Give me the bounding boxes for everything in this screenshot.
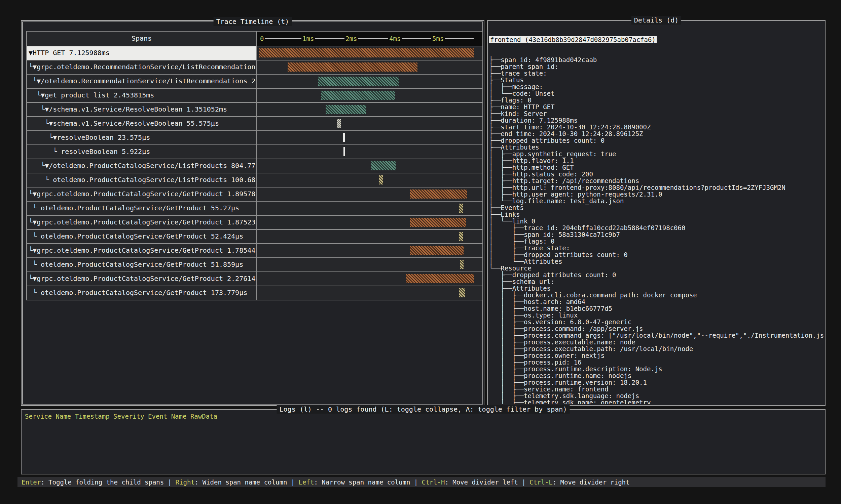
span-row[interactable]: └▼schema.v1.Service/ResolveBoolean 55.57…	[27, 117, 482, 131]
details-line[interactable]: ├──span id: 4f9891bad042caab	[489, 56, 824, 63]
span-row[interactable]: └ oteldemo.ProductCatalogService/GetProd…	[27, 286, 482, 300]
details-line[interactable]: │ ├──host.name: b1ebc66777d5	[489, 305, 824, 312]
span-name[interactable]: └▼/oteldemo.RecommendationService/ListRe…	[27, 75, 257, 88]
span-name[interactable]: └ resolveBoolean 5.922μs	[27, 145, 257, 159]
span-name[interactable]: └ oteldemo.ProductCatalogService/GetProd…	[27, 286, 257, 300]
span-row[interactable]: └▼grpc.oteldemo.ProductCatalogService/Ge…	[27, 272, 482, 286]
details-line[interactable]: │ ├──docker.cli.cobra.command_path: dock…	[489, 292, 824, 299]
span-name[interactable]: └▼get_product_list 2.453815ms	[27, 89, 257, 102]
details-panel: Details (d) frontend (43e16db8b39d2847d0…	[487, 20, 825, 406]
details-line[interactable]: │ ├──trace state:	[489, 245, 824, 251]
details-line[interactable]: ├──dropped attributes count: 0	[489, 271, 824, 278]
help-key: Ctrl-H	[422, 479, 445, 486]
details-line[interactable]: ├──Attributes	[489, 144, 824, 150]
span-row[interactable]: └▼/schema.v1.Service/ResolveBoolean 1.35…	[27, 103, 482, 117]
span-name[interactable]: └▼resolveBoolean 23.575μs	[27, 131, 257, 144]
span-row[interactable]: └▼/oteldemo.RecommendationService/ListRe…	[27, 75, 482, 89]
details-line[interactable]: ├──dropped attributes count: 0	[489, 137, 824, 144]
span-row[interactable]: ▼HTTP GET 7.125988ms	[27, 47, 482, 60]
details-line[interactable]: │ ├──host.arch: amd64	[489, 299, 824, 305]
details-line[interactable]: │ └──link 0	[489, 218, 824, 224]
span-name[interactable]: └ oteldemo.ProductCatalogService/GetProd…	[27, 230, 257, 243]
details-line[interactable]: ├──name: HTTP GET	[489, 104, 824, 110]
details-line[interactable]: ├──duration: 7.125988ms	[489, 117, 824, 124]
details-line[interactable]: ├──Attributes	[489, 285, 824, 292]
details-line[interactable]: ├──trace state:	[489, 70, 824, 77]
details-line[interactable]: │ └──Attributes	[489, 258, 824, 265]
details-line[interactable]: │ ├──telemetry.sdk.name: opentelemetry	[489, 399, 824, 404]
details-line[interactable]: ├──Status	[489, 77, 824, 83]
details-line[interactable]: │ ├──process.owner: nextjs	[489, 352, 824, 359]
timeline-axis: 01ms2ms4ms5ms	[257, 32, 482, 46]
details-line[interactable]: └──Resource	[489, 265, 824, 271]
trace-timeline-panel: Trace Timeline (t) Spans 01ms2ms4ms5ms ▼…	[21, 20, 484, 406]
details-line[interactable]: │ ├──process.command: /app/server.js	[489, 325, 824, 332]
details-line[interactable]: │ ├──http.url: frontend-proxy:8080/api/r…	[489, 184, 824, 191]
details-line[interactable]: │ ├──telemetry.sdk.language: nodejs	[489, 393, 824, 399]
span-row[interactable]: └▼grpc.oteldemo.ProductCatalogService/Ge…	[27, 216, 482, 230]
span-name[interactable]: └▼grpc.oteldemo.ProductCatalogService/Ge…	[27, 272, 257, 286]
span-duration-bar	[459, 204, 463, 213]
help-key: Left	[299, 479, 314, 486]
details-line[interactable]: │ ├──process.executable.name: node	[489, 339, 824, 345]
details-line[interactable]: │ ├──process.command_args: ["/usr/local/…	[489, 332, 824, 339]
details-line[interactable]: │ ├──span id: 58a31304ca71c9b7	[489, 231, 824, 238]
span-row[interactable]: └ oteldemo.ProductCatalogService/GetProd…	[27, 202, 482, 216]
span-name[interactable]: └▼grpc.oteldemo.ProductCatalogService/Ge…	[27, 216, 257, 229]
span-timeline-cell	[257, 131, 482, 144]
details-line[interactable]: │ ├──http.flavor: 1.1	[489, 157, 824, 164]
span-name[interactable]: └ oteldemo.ProductCatalogService/GetProd…	[27, 258, 257, 271]
span-row[interactable]: └ oteldemo.ProductCatalogService/GetProd…	[27, 258, 482, 272]
details-line[interactable]: ├──schema url:	[489, 278, 824, 285]
details-line[interactable]: │ ├──os.version: 6.8.0-47-generic	[489, 319, 824, 325]
details-line[interactable]: ├──flags: 0	[489, 97, 824, 104]
details-line[interactable]: │ └──code: Unset	[489, 90, 824, 97]
span-row[interactable]: └▼grpc.oteldemo.ProductCatalogService/Ge…	[27, 244, 482, 258]
details-line[interactable]: ├──parent span id:	[489, 63, 824, 70]
span-timeline-cell	[257, 60, 482, 74]
details-line[interactable]: ├──start time: 2024-10-30 12:24:28.88900…	[489, 124, 824, 130]
span-row[interactable]: └▼grpc.oteldemo.RecommendationService/Li…	[27, 60, 482, 75]
details-line[interactable]: │ └──log.file.name: test_data.json	[489, 198, 824, 204]
span-name[interactable]: └▼grpc.oteldemo.ProductCatalogService/Ge…	[27, 187, 257, 201]
span-name[interactable]: ▼HTTP GET 7.125988ms	[27, 47, 257, 60]
span-name[interactable]: └ oteldemo.ProductCatalogService/ListPro…	[27, 173, 257, 187]
span-name[interactable]: └▼/oteldemo.ProductCatalogService/ListPr…	[27, 159, 257, 173]
details-line[interactable]: │ ├──trace id: 204ebffa10ccd22ab5884ef07…	[489, 224, 824, 231]
span-row[interactable]: └▼resolveBoolean 23.575μs	[27, 131, 482, 145]
details-line[interactable]: │ ├──flags: 0	[489, 238, 824, 245]
span-name[interactable]: └▼grpc.oteldemo.RecommendationService/Li…	[27, 60, 257, 74]
details-line[interactable]: │ ├──dropped attributes count: 0	[489, 251, 824, 258]
details-line[interactable]: │ ├──http.method: GET	[489, 164, 824, 171]
details-line[interactable]: │ ├──service.name: frontend	[489, 386, 824, 393]
span-row[interactable]: └▼get_product_list 2.453815ms	[27, 89, 482, 103]
span-row[interactable]: └ oteldemo.ProductCatalogService/ListPro…	[27, 173, 482, 187]
details-line[interactable]: │ ├──os.type: linux	[489, 312, 824, 319]
span-row[interactable]: └▼/oteldemo.ProductCatalogService/ListPr…	[27, 159, 482, 173]
span-timeline-cell	[257, 159, 482, 173]
span-row[interactable]: └ oteldemo.ProductCatalogService/GetProd…	[27, 230, 482, 244]
span-name[interactable]: └▼schema.v1.Service/ResolveBoolean 55.57…	[27, 117, 257, 130]
span-name[interactable]: └▼grpc.oteldemo.ProductCatalogService/Ge…	[27, 244, 257, 257]
span-duration-bar	[459, 232, 463, 241]
details-line[interactable]: │ ├──process.runtime.version: 18.20.1	[489, 379, 824, 386]
span-row[interactable]: └▼grpc.oteldemo.ProductCatalogService/Ge…	[27, 187, 482, 202]
details-line[interactable]: │ ├──process.runtime.name: nodejs	[489, 372, 824, 379]
details-line[interactable]: │ ├──http.status_code: 200	[489, 171, 824, 177]
details-line[interactable]: ├──end time: 2024-10-30 12:24:28.896125Z	[489, 130, 824, 137]
details-line[interactable]: ├──kind: Server	[489, 110, 824, 117]
details-line[interactable]: │ ├──process.executable.path: /usr/local…	[489, 345, 824, 352]
details-root-node[interactable]: frontend (43e16db8b39d2847d082975ab07acf…	[489, 36, 657, 43]
details-line[interactable]: ├──Events	[489, 204, 824, 211]
details-line[interactable]: │ ├──http.user_agent: python-requests/2.…	[489, 191, 824, 198]
details-line[interactable]: │ ├──app.synthetic_request: true	[489, 150, 824, 157]
span-name[interactable]: └▼/schema.v1.Service/ResolveBoolean 1.35…	[27, 103, 257, 116]
details-line[interactable]: │ ├──http.target: /api/recommendations	[489, 177, 824, 184]
span-row[interactable]: └ resolveBoolean 5.922μs	[27, 145, 482, 159]
details-line[interactable]: ├──Links	[489, 211, 824, 218]
span-timeline-cell	[257, 230, 482, 243]
span-name[interactable]: └ oteldemo.ProductCatalogService/GetProd…	[27, 202, 257, 215]
details-line[interactable]: │ ├──message:	[489, 83, 824, 90]
details-line[interactable]: │ ├──process.pid: 16	[489, 359, 824, 365]
details-line[interactable]: │ ├──process.runtime.description: Node.j…	[489, 365, 824, 372]
